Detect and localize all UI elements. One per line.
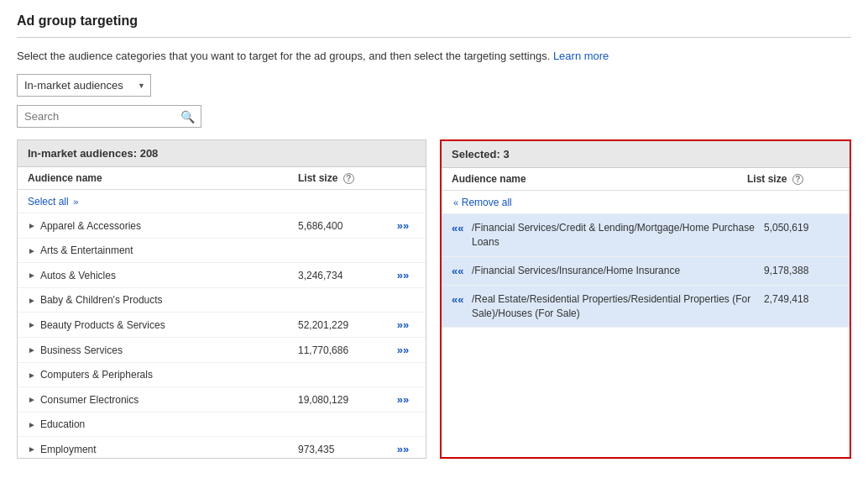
list-item: ► Consumer Electronics 19,080,129 »» — [18, 387, 426, 413]
item-remove-button[interactable]: «« — [452, 264, 472, 277]
list-item: ► Business Services 11,770,686 »» — [18, 338, 426, 363]
item-add-button[interactable]: »» — [390, 219, 416, 232]
item-add-button[interactable]: »» — [390, 443, 416, 455]
selected-item-size: 5,050,619 — [764, 221, 839, 234]
list-item: ► Autos & Vehicles 3,246,734 »» — [18, 263, 426, 288]
right-panel: Selected: 3 Audience name List size ? « … — [440, 139, 851, 459]
select-all-link[interactable]: Select all — [28, 196, 69, 208]
item-name: Apparel & Accessories — [40, 220, 298, 232]
item-size: 3,246,734 — [298, 270, 390, 281]
item-add-button[interactable]: »» — [390, 318, 416, 331]
item-add-button[interactable]: »» — [390, 393, 416, 406]
item-size: 52,201,229 — [298, 319, 390, 331]
left-panel-subheader: Audience name List size ? — [18, 167, 426, 190]
item-name: Baby & Children's Products — [40, 294, 298, 306]
right-panel-subheader: Audience name List size ? — [442, 168, 850, 191]
selected-item: «« /Real Estate/Residential Properties/R… — [442, 286, 850, 328]
list-item: ► Arts & Entertainment — [18, 239, 426, 263]
selected-item: «« /Financial Services/Insurance/Home In… — [442, 257, 850, 286]
item-expand-icon[interactable]: ► — [28, 246, 36, 255]
selected-item-name: /Real Estate/Residential Properties/Resi… — [472, 292, 764, 321]
select-all-row: Select all » — [18, 190, 426, 213]
item-expand-icon[interactable]: ► — [28, 345, 36, 355]
left-panel: In-market audiences: 208 Audience name L… — [17, 139, 426, 459]
list-item: ► Baby & Children's Products — [18, 288, 426, 313]
item-expand-icon[interactable]: ► — [28, 370, 36, 380]
selected-item-name: /Financial Services/Insurance/Home Insur… — [472, 264, 764, 278]
item-name: Autos & Vehicles — [40, 270, 298, 281]
right-panel-list: «« /Financial Services/Credit & Lending/… — [442, 214, 850, 457]
select-all-chevron-icon: » — [73, 197, 78, 207]
selected-item-size: 2,749,418 — [764, 292, 839, 305]
left-col-action-label — [390, 172, 416, 184]
right-col-name-label: Audience name — [452, 173, 747, 185]
item-add-button[interactable]: »» — [390, 344, 416, 356]
description: Select the audience categories that you … — [17, 50, 851, 62]
left-col-name-label: Audience name — [28, 172, 298, 184]
list-item: ► Beauty Products & Services 52,201,229 … — [18, 313, 426, 338]
remove-all-row: « Remove all — [442, 191, 850, 214]
right-panel-header: Selected: 3 — [442, 141, 850, 168]
item-size: 5,686,400 — [298, 220, 390, 232]
item-size: 11,770,686 — [298, 344, 390, 356]
item-name: Consumer Electronics — [40, 394, 298, 406]
item-name: Arts & Entertainment — [40, 244, 298, 256]
description-text: Select the audience categories that you … — [17, 50, 550, 62]
item-name: Beauty Products & Services — [40, 319, 298, 331]
remove-all-link[interactable]: Remove all — [462, 197, 512, 208]
remove-all-chevron-icon: « — [453, 197, 458, 208]
item-expand-icon[interactable]: ► — [28, 271, 36, 280]
item-expand-icon[interactable]: ► — [28, 420, 36, 429]
item-name: Employment — [40, 444, 298, 455]
item-remove-button[interactable]: «« — [452, 292, 472, 306]
item-expand-icon[interactable]: ► — [28, 395, 36, 404]
search-input[interactable] — [17, 105, 201, 128]
right-col-size-label: List size ? — [747, 173, 839, 185]
item-name: Business Services — [40, 344, 298, 356]
left-col-size-help-icon[interactable]: ? — [343, 173, 354, 184]
list-item: ► Employment 973,435 »» — [18, 437, 426, 458]
left-col-size-label: List size ? — [298, 172, 390, 184]
audience-type-dropdown-container: In-market audiences Remarketing lists Cu… — [17, 74, 851, 97]
item-name: Education — [40, 418, 298, 430]
item-size: 19,080,129 — [298, 394, 390, 406]
item-remove-button[interactable]: «« — [452, 221, 472, 234]
list-item: ► Computers & Peripherals — [18, 363, 426, 387]
selected-item: «« /Financial Services/Credit & Lending/… — [442, 214, 850, 257]
audience-type-dropdown[interactable]: In-market audiences Remarketing lists Cu… — [17, 74, 151, 97]
page-title: Ad group targeting — [17, 13, 851, 38]
item-expand-icon[interactable]: ► — [28, 320, 36, 329]
item-expand-icon[interactable]: ► — [28, 296, 36, 305]
left-panel-list: ► Apparel & Accessories 5,686,400 »» ► A… — [18, 213, 426, 458]
selected-item-name: /Financial Services/Credit & Lending/Mor… — [472, 221, 764, 250]
selected-item-size: 9,178,388 — [764, 264, 839, 276]
search-box-wrapper: 🔍 — [17, 105, 201, 128]
right-col-size-help-icon[interactable]: ? — [792, 174, 803, 185]
item-name: Computers & Peripherals — [40, 369, 298, 381]
list-item: ► Education — [18, 413, 426, 437]
item-expand-icon[interactable]: ► — [28, 444, 36, 454]
item-size: 973,435 — [298, 444, 390, 455]
left-panel-header: In-market audiences: 208 — [18, 140, 426, 167]
item-add-button[interactable]: »» — [390, 269, 416, 281]
panels-container: In-market audiences: 208 Audience name L… — [17, 139, 851, 459]
audience-type-dropdown-wrapper: In-market audiences Remarketing lists Cu… — [17, 74, 151, 97]
item-expand-icon[interactable]: ► — [28, 221, 36, 230]
learn-more-link[interactable]: Learn more — [553, 50, 609, 62]
list-item: ► Apparel & Accessories 5,686,400 »» — [18, 213, 426, 239]
